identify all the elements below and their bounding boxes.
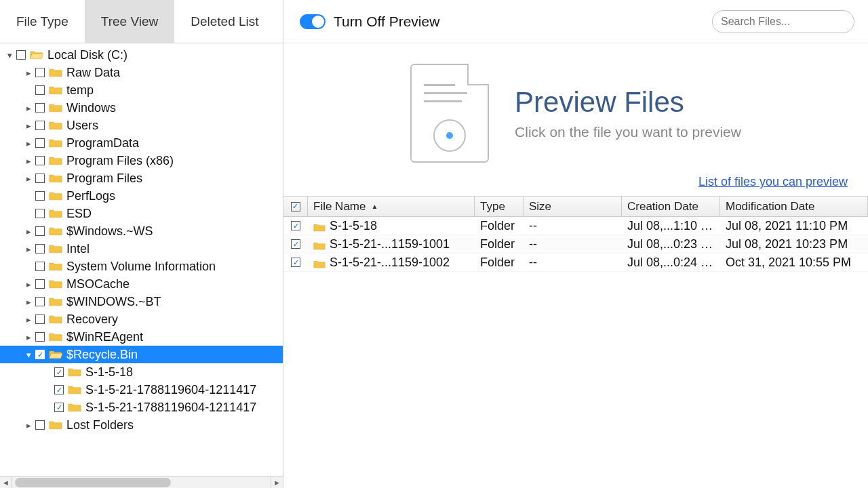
tree-checkbox[interactable] xyxy=(54,403,64,412)
tree-checkbox[interactable] xyxy=(35,420,45,430)
tree-checkbox[interactable] xyxy=(35,103,45,113)
tree-checkbox[interactable] xyxy=(35,68,45,77)
tree-checkbox[interactable] xyxy=(35,226,45,236)
search-box[interactable] xyxy=(712,10,854,33)
tree-item[interactable]: ▸$Windows.~WS xyxy=(0,222,283,240)
tree-checkbox[interactable] xyxy=(35,297,45,306)
tree-item[interactable]: ▸Lost Folders xyxy=(0,416,283,434)
tree-h-scrollbar[interactable]: ◄ ► xyxy=(0,476,283,488)
folder-icon xyxy=(49,120,62,131)
tree-item[interactable]: ▸Windows xyxy=(0,99,283,117)
tree-checkbox[interactable] xyxy=(35,244,45,253)
tree-checkbox[interactable] xyxy=(35,332,45,342)
tree-checkbox[interactable] xyxy=(54,385,64,394)
tree-checkbox[interactable] xyxy=(35,209,45,218)
tree-item-label: MSOCache xyxy=(66,277,130,291)
tree-checkbox[interactable] xyxy=(35,350,45,359)
search-input[interactable] xyxy=(721,16,856,28)
tree-checkbox[interactable] xyxy=(16,50,26,60)
table-row[interactable]: S-1-5-21-...1159-1002Folder--Jul 08,...0… xyxy=(283,253,868,272)
tree-checkbox[interactable] xyxy=(35,262,45,271)
scroll-left-button[interactable]: ◄ xyxy=(0,476,12,489)
tree-item-label: $WinREAgent xyxy=(66,330,143,344)
row-checkbox[interactable] xyxy=(291,258,300,267)
tree-item[interactable]: S-1-5-18 xyxy=(0,363,283,381)
tree-item[interactable]: ▸MSOCache xyxy=(0,275,283,293)
tree-item[interactable]: ▸Program Files (x86) xyxy=(0,152,283,169)
tree-checkbox[interactable] xyxy=(35,85,45,95)
preview-title: Preview Files xyxy=(515,86,741,119)
tree-item[interactable]: ▸Users xyxy=(0,117,283,134)
scroll-right-button[interactable]: ► xyxy=(271,476,283,489)
expand-arrow-icon[interactable]: ▸ xyxy=(23,332,34,342)
expand-arrow-icon[interactable]: ▾ xyxy=(4,50,15,60)
tree-item[interactable]: ▸$WINDOWS.~BT xyxy=(0,293,283,310)
tree-checkbox[interactable] xyxy=(35,174,45,183)
table-row[interactable]: S-1-5-18Folder--Jul 08,...1:10 PMJul 08,… xyxy=(283,217,868,235)
preview-text: Preview Files Click on the file you want… xyxy=(515,86,741,140)
expand-arrow-icon[interactable]: ▸ xyxy=(23,103,34,113)
expand-arrow-icon[interactable]: ▸ xyxy=(23,138,34,148)
grid-body: S-1-5-18Folder--Jul 08,...1:10 PMJul 08,… xyxy=(283,217,868,272)
tree-checkbox[interactable] xyxy=(35,314,45,324)
tree-item[interactable]: ▸ProgramData xyxy=(0,134,283,152)
tree-item[interactable]: temp xyxy=(0,81,283,99)
folder-icon xyxy=(49,208,62,219)
tree-item[interactable]: ▾Local Disk (C:) xyxy=(0,46,283,64)
tree-item[interactable]: ▸Intel xyxy=(0,240,283,258)
row-checkbox[interactable] xyxy=(291,221,300,230)
tree-item[interactable]: ▾$Recycle.Bin xyxy=(0,346,283,363)
tree-item[interactable]: ▸Program Files xyxy=(0,169,283,187)
tree-item[interactable]: System Volume Information xyxy=(0,258,283,275)
expand-arrow-icon[interactable]: ▸ xyxy=(23,174,34,184)
tree-item[interactable]: PerfLogs xyxy=(0,187,283,205)
grid-header-creation-date[interactable]: Creation Date xyxy=(622,197,720,216)
expand-arrow-icon[interactable]: ▸ xyxy=(23,226,34,237)
grid-header-type[interactable]: Type xyxy=(475,197,524,216)
expand-arrow-icon[interactable]: ▸ xyxy=(23,121,34,131)
tree-item[interactable]: S-1-5-21-1788119604-1211417 xyxy=(0,399,283,416)
preview-toggle[interactable] xyxy=(300,14,326,29)
tree-checkbox[interactable] xyxy=(35,191,45,201)
grid-header-name[interactable]: File Name▲ xyxy=(308,197,475,216)
folder-icon xyxy=(49,173,62,184)
folder-icon xyxy=(49,420,62,430)
tree-item[interactable]: ESD xyxy=(0,205,283,222)
grid-header-modification-date[interactable]: Modification Date xyxy=(720,197,868,216)
tab-tree-view[interactable]: Tree View xyxy=(85,0,174,43)
tree-checkbox[interactable] xyxy=(35,279,45,289)
folder-icon xyxy=(49,85,62,96)
grid-header-size[interactable]: Size xyxy=(524,197,622,216)
table-row[interactable]: S-1-5-21-...1159-1001Folder--Jul 08,...0… xyxy=(283,235,868,253)
tab-deleted-list[interactable]: Deleted List xyxy=(174,0,275,43)
expand-arrow-icon[interactable]: ▸ xyxy=(23,297,34,307)
file-tree[interactable]: ▾Local Disk (C:)▸Raw Datatemp▸Windows▸Us… xyxy=(0,43,283,476)
expand-arrow-icon[interactable]: ▸ xyxy=(23,156,34,166)
tree-checkbox[interactable] xyxy=(35,138,45,148)
tree-item-label: Program Files xyxy=(66,171,142,186)
expand-arrow-icon[interactable]: ▾ xyxy=(23,350,34,360)
expand-arrow-icon[interactable]: ▸ xyxy=(23,279,34,289)
expand-arrow-icon[interactable]: ▸ xyxy=(23,314,34,325)
file-grid: File Name▲ Type Size Creation Date Modif… xyxy=(283,196,868,488)
tab-file-type[interactable]: File Type xyxy=(0,0,85,43)
folder-icon xyxy=(30,49,43,60)
file-mdate-cell: Oct 31, 2021 10:55 PM xyxy=(720,256,868,270)
expand-arrow-icon[interactable]: ▸ xyxy=(23,420,34,430)
tree-checkbox[interactable] xyxy=(35,121,45,130)
folder-icon xyxy=(68,402,81,413)
row-checkbox[interactable] xyxy=(291,239,300,249)
tree-checkbox[interactable] xyxy=(35,156,45,165)
tree-item[interactable]: S-1-5-21-1788119604-1211417 xyxy=(0,381,283,399)
tree-checkbox[interactable] xyxy=(54,367,64,377)
tree-item[interactable]: ▸Recovery xyxy=(0,310,283,328)
expand-arrow-icon[interactable]: ▸ xyxy=(23,68,34,78)
grid-header-checkbox[interactable] xyxy=(283,197,308,216)
folder-icon xyxy=(49,314,62,325)
tree-item[interactable]: ▸Raw Data xyxy=(0,64,283,81)
scroll-thumb[interactable] xyxy=(15,478,171,487)
tree-item[interactable]: ▸$WinREAgent xyxy=(0,328,283,346)
preview-list-link[interactable]: List of files you can preview xyxy=(698,175,848,188)
expand-arrow-icon[interactable]: ▸ xyxy=(23,244,34,254)
folder-icon xyxy=(49,261,62,272)
